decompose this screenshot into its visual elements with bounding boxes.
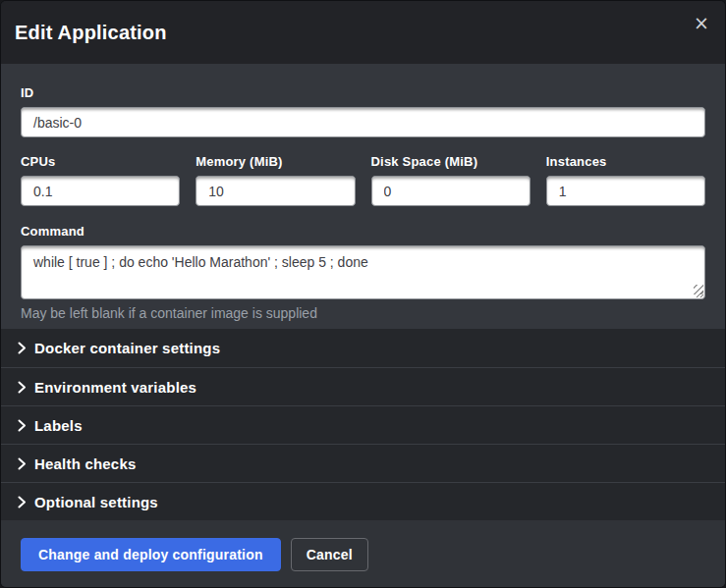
section-environment-variables[interactable]: Environment variables bbox=[1, 367, 725, 405]
instances-label: Instances bbox=[546, 154, 705, 169]
chevron-right-icon bbox=[18, 496, 27, 508]
command-field-group: Command while [ true ] ; do echo 'Hello … bbox=[21, 224, 705, 321]
chevron-right-icon bbox=[18, 419, 27, 432]
instances-field-group: Instances bbox=[546, 154, 705, 206]
section-health-checks[interactable]: Health checks bbox=[1, 444, 725, 482]
command-help-text: May be left blank if a container image i… bbox=[21, 305, 705, 321]
section-docker-container-settings[interactable]: Docker container settings bbox=[1, 329, 725, 367]
close-icon[interactable]: × bbox=[690, 11, 713, 34]
id-field-group: ID bbox=[21, 85, 705, 137]
disk-input[interactable] bbox=[371, 176, 531, 206]
cancel-button[interactable]: Cancel bbox=[291, 538, 368, 571]
id-label: ID bbox=[21, 85, 705, 100]
cpus-field-group: CPUs bbox=[21, 154, 180, 206]
section-labels[interactable]: Labels bbox=[1, 405, 725, 444]
memory-input[interactable] bbox=[195, 176, 355, 206]
modal-footer: Change and deploy configuration Cancel bbox=[1, 520, 725, 588]
cpus-input[interactable] bbox=[21, 176, 180, 206]
disk-field-group: Disk Space (MiB) bbox=[371, 154, 531, 206]
chevron-right-icon bbox=[18, 457, 27, 470]
section-optional-settings[interactable]: Optional settings bbox=[1, 482, 725, 520]
id-input[interactable] bbox=[21, 107, 705, 137]
section-label: Environment variables bbox=[34, 379, 196, 396]
chevron-right-icon bbox=[18, 342, 27, 354]
cpus-label: CPUs bbox=[21, 154, 180, 169]
command-label: Command bbox=[21, 224, 705, 239]
section-label: Health checks bbox=[34, 455, 136, 472]
collapsible-sections: Docker container settings Environment va… bbox=[1, 329, 725, 520]
disk-label: Disk Space (MiB) bbox=[371, 154, 531, 169]
change-and-deploy-button[interactable]: Change and deploy configuration bbox=[21, 538, 281, 571]
modal-title: Edit Application bbox=[15, 22, 167, 44]
modal-header: Edit Application × bbox=[1, 1, 725, 64]
chevron-right-icon bbox=[18, 381, 27, 394]
section-label: Docker container settings bbox=[34, 340, 220, 356]
memory-field-group: Memory (MiB) bbox=[195, 154, 355, 206]
memory-label: Memory (MiB) bbox=[195, 154, 355, 169]
command-textarea[interactable]: while [ true ] ; do echo 'Hello Marathon… bbox=[21, 245, 705, 299]
section-label: Labels bbox=[34, 417, 83, 434]
resources-row: CPUs Memory (MiB) Disk Space (MiB) Insta… bbox=[21, 154, 705, 206]
edit-application-modal: Edit Application × ID CPUs Memory (MiB) … bbox=[0, 0, 726, 588]
instances-input[interactable] bbox=[546, 176, 705, 206]
section-label: Optional settings bbox=[34, 494, 158, 510]
edit-application-form: ID CPUs Memory (MiB) Disk Space (MiB) In… bbox=[1, 64, 725, 329]
